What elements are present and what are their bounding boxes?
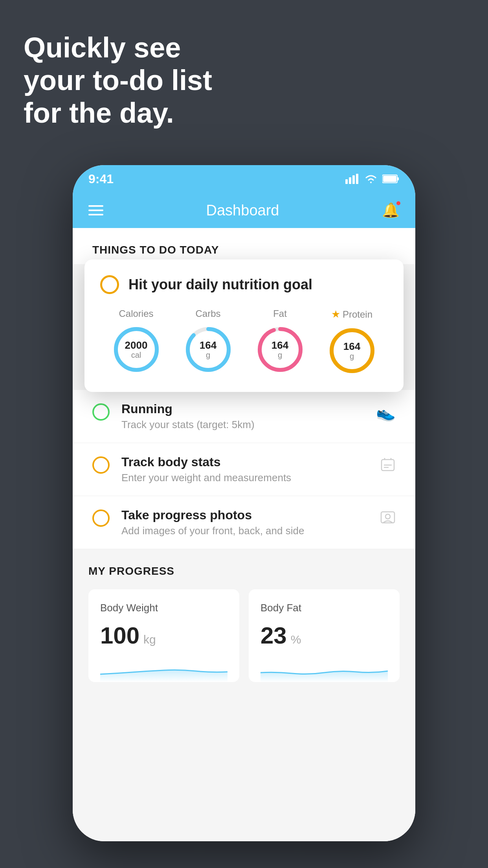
body-stats-title: Track body stats <box>121 455 368 469</box>
body-weight-value-row: 100 kg <box>100 622 227 649</box>
body-fat-chart <box>261 658 388 682</box>
card-title-row: Hit your daily nutrition goal <box>100 275 388 294</box>
protein-label-row: ★ Protein <box>331 308 372 320</box>
calories-value: 2000 <box>125 339 148 351</box>
fat-value: 164 <box>272 339 288 351</box>
body-stats-radio[interactable] <box>92 456 110 474</box>
body-stats-text: Track body stats Enter your weight and m… <box>121 455 368 484</box>
progress-photos-text: Take progress photos Add images of your … <box>121 508 368 537</box>
body-fat-value-row: 23 % <box>261 622 388 649</box>
todo-running[interactable]: Running Track your stats (target: 5km) 👟 <box>73 390 415 443</box>
carbs-chart: 164 g <box>183 324 234 375</box>
protein-unit: g <box>343 352 360 361</box>
status-bar: 9:41 <box>73 165 415 193</box>
svg-rect-5 <box>397 177 399 180</box>
svg-rect-3 <box>356 174 358 184</box>
body-weight-chart <box>100 658 227 682</box>
nutrition-fat: Fat 164 g <box>255 308 306 375</box>
body-weight-card[interactable]: Body Weight 100 kg <box>88 589 239 682</box>
body-stats-subtitle: Enter your weight and measurements <box>121 472 368 484</box>
fat-label: Fat <box>273 308 287 319</box>
person-photo-icon <box>380 509 396 529</box>
battery-icon <box>382 174 400 184</box>
todo-list: Running Track your stats (target: 5km) 👟… <box>73 390 415 549</box>
svg-rect-1 <box>349 177 351 184</box>
status-time: 9:41 <box>88 172 114 186</box>
running-text: Running Track your stats (target: 5km) <box>121 402 364 431</box>
nutrition-card: Hit your daily nutrition goal Calories 2… <box>84 259 404 392</box>
protein-value: 164 <box>343 340 360 353</box>
running-shoe-icon: 👟 <box>376 403 396 422</box>
menu-button[interactable] <box>88 205 103 215</box>
hero-text: Quickly see your to-do list for the day. <box>24 31 212 129</box>
body-fat-unit: % <box>291 633 301 646</box>
notification-bell-button[interactable]: 🔔 <box>382 202 400 219</box>
protein-label: Protein <box>343 309 372 320</box>
nav-title: Dashboard <box>206 202 279 219</box>
protein-chart: 164 g <box>327 325 378 376</box>
calories-chart: 2000 cal <box>111 324 162 375</box>
nav-bar: Dashboard 🔔 <box>73 193 415 228</box>
progress-photos-subtitle: Add images of your front, back, and side <box>121 525 368 537</box>
body-weight-unit: kg <box>143 633 156 646</box>
nutrition-carbs: Carbs 164 g <box>183 308 234 375</box>
running-subtitle: Track your stats (target: 5km) <box>121 419 364 431</box>
svg-rect-6 <box>383 176 396 182</box>
body-weight-title: Body Weight <box>100 602 227 614</box>
nutrition-protein: ★ Protein 164 g <box>327 308 378 376</box>
svg-rect-2 <box>352 175 355 184</box>
signal-icon <box>345 174 360 184</box>
carbs-unit: g <box>200 351 216 360</box>
progress-header: MY PROGRESS <box>88 565 400 577</box>
scale-icon <box>380 456 396 476</box>
todo-progress-photos[interactable]: Take progress photos Add images of your … <box>73 496 415 549</box>
progress-section: MY PROGRESS Body Weight 100 kg <box>73 549 415 682</box>
notification-dot <box>396 200 401 206</box>
fat-chart: 164 g <box>255 324 306 375</box>
things-to-do-header: THINGS TO DO TODAY <box>73 228 415 264</box>
phone-mockup: 9:41 <box>73 165 415 841</box>
hero-line1: Quickly see <box>24 31 212 64</box>
status-icons <box>345 174 400 184</box>
svg-rect-0 <box>345 179 348 184</box>
progress-photos-radio[interactable] <box>92 509 110 527</box>
calories-unit: cal <box>125 351 148 360</box>
carbs-label: Carbs <box>195 308 220 319</box>
running-radio[interactable] <box>92 403 110 421</box>
wifi-icon <box>364 174 378 184</box>
svg-point-21 <box>385 514 390 519</box>
star-icon: ★ <box>331 308 340 320</box>
body-weight-number: 100 <box>100 622 139 649</box>
body-fat-card[interactable]: Body Fat 23 % <box>249 589 400 682</box>
content-area: THINGS TO DO TODAY Hit your daily nutrit… <box>73 228 415 841</box>
hero-line2: your to-do list <box>24 64 212 97</box>
running-title: Running <box>121 402 364 416</box>
body-fat-number: 23 <box>261 622 287 649</box>
body-fat-title: Body Fat <box>261 602 388 614</box>
hero-line3: for the day. <box>24 97 212 129</box>
nutrition-calories: Calories 2000 cal <box>111 308 162 375</box>
fat-unit: g <box>272 351 288 360</box>
progress-cards: Body Weight 100 kg <box>88 589 400 682</box>
todo-body-stats[interactable]: Track body stats Enter your weight and m… <box>73 443 415 496</box>
calories-label: Calories <box>119 308 153 319</box>
progress-photos-title: Take progress photos <box>121 508 368 522</box>
carbs-value: 164 <box>200 339 216 351</box>
nutrition-radio[interactable] <box>100 275 119 294</box>
nutrition-circles: Calories 2000 cal Carbs <box>100 308 388 376</box>
nutrition-card-title: Hit your daily nutrition goal <box>128 276 312 293</box>
